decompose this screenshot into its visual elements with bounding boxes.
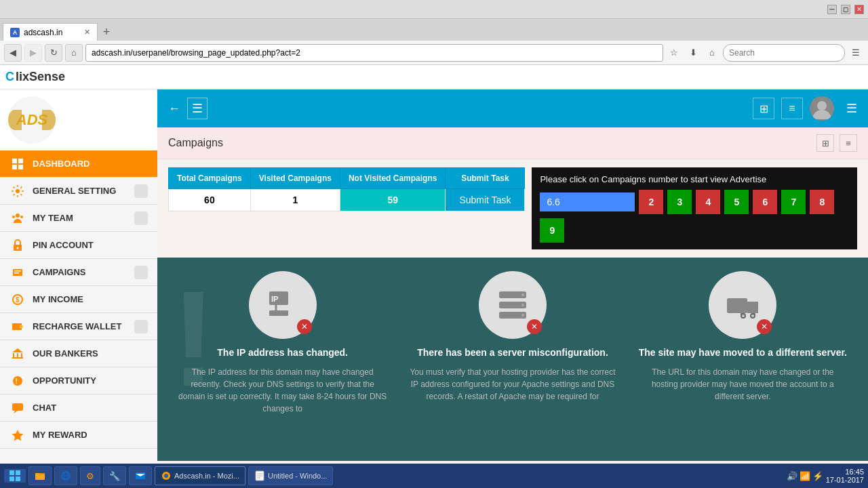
truck-icon — [726, 288, 760, 322]
pin-account-label: PIN ACCOUNT — [33, 240, 148, 250]
general-setting-label: GENERAL SETTING — [33, 186, 134, 196]
close-btn[interactable]: ✕ — [854, 5, 864, 14]
page-grid-icon[interactable]: ⊞ — [816, 134, 834, 152]
sidebar-item-dashboard[interactable]: DASHBOARD — [0, 150, 157, 178]
restore-btn[interactable]: ◻ — [841, 5, 850, 14]
my-team-badge — [134, 211, 148, 225]
titlebar-controls: ─ ◻ ✕ — [827, 5, 864, 14]
sidebar-item-recharge-wallet[interactable]: RECHARGE WALLET — [0, 313, 157, 340]
campaign-input-row: 2 3 4 5 6 7 8 9 — [540, 190, 849, 243]
menu-btn[interactable]: ☰ — [848, 45, 864, 61]
recharge-wallet-icon — [9, 319, 26, 335]
sidebar-item-my-team[interactable]: MY TEAM — [0, 205, 157, 232]
col-total-campaigns: Total Campaigns — [169, 168, 251, 189]
taskbar: ⚙ 🔧 Adscash.in - Mozi... Untitled - Wind… — [0, 464, 868, 488]
error-card-moved: ✕ The site may have moved to a different… — [638, 271, 848, 447]
back-icon[interactable]: ← — [168, 102, 180, 116]
home-btn[interactable]: ⌂ — [65, 44, 83, 62]
minimize-btn[interactable]: ─ — [827, 5, 837, 14]
sidebar-item-general-setting[interactable]: GENERAL SETTING — [0, 178, 157, 205]
active-tab[interactable]: A adscash.in ✕ — [3, 23, 98, 41]
new-tab-btn[interactable]: + — [98, 23, 115, 41]
page-list-icon[interactable]: ≡ — [840, 134, 857, 152]
download-btn[interactable]: ⬇ — [685, 45, 701, 61]
svg-text:$: $ — [16, 296, 20, 304]
back-btn[interactable]: ◀ — [4, 44, 22, 62]
taskbar-item-file-explorer[interactable] — [28, 466, 52, 485]
taskbar-item-extras[interactable]: 🔧 — [103, 466, 126, 485]
notepad-icon — [254, 470, 265, 481]
forward-btn[interactable]: ▶ — [24, 44, 42, 62]
num-btn-7[interactable]: 7 — [781, 190, 806, 214]
top-header: ← ☰ ⊞ ≡ ☰ — [157, 89, 868, 127]
num-btn-4[interactable]: 4 — [696, 190, 720, 214]
val-total: 60 — [169, 189, 251, 211]
tray-icon-2: 📶 — [800, 471, 810, 481]
num-btn-5[interactable]: 5 — [724, 190, 749, 214]
sidebar-item-campaigns[interactable]: CAMPAIGNS — [0, 259, 157, 286]
my-reward-icon — [9, 427, 26, 443]
svg-rect-0 — [12, 159, 17, 163]
sidebar-item-pin-account[interactable]: PIN ACCOUNT — [0, 232, 157, 259]
sidebar-item-chat[interactable]: CHAT — [0, 394, 157, 422]
browser-search[interactable] — [723, 44, 845, 62]
campaign-info-text: Please click on Campaigns number to star… — [540, 174, 849, 184]
svg-point-5 — [16, 214, 20, 218]
bookmark-btn[interactable]: ☆ — [666, 45, 682, 61]
sidebar-item-my-income[interactable]: $ MY INCOME — [0, 286, 157, 313]
num-btn-2[interactable]: 2 — [639, 190, 663, 214]
reload-btn[interactable]: ↻ — [45, 44, 62, 62]
num-btn-8[interactable]: 8 — [810, 190, 834, 214]
server-icon-circle: ✕ — [479, 271, 547, 339]
svg-marker-21 — [12, 348, 23, 352]
taskbar-item-notepad[interactable]: Untitled - Windo... — [248, 466, 333, 485]
firefox-icon — [161, 470, 172, 481]
sidebar-item-opportunity[interactable]: ! OPPORTUNITY — [0, 367, 157, 394]
home-action-btn[interactable]: ⌂ — [704, 45, 720, 61]
grid-icon[interactable]: ⊞ — [753, 98, 774, 119]
menu-icon[interactable]: ☰ — [187, 98, 208, 119]
num-btn-9[interactable]: 9 — [540, 218, 564, 243]
my-income-label: MY INCOME — [33, 294, 148, 304]
svg-point-7 — [20, 216, 23, 218]
taskbar-item-ie[interactable] — [54, 466, 77, 485]
campaign-section: Total Campaigns Visited Campaigns Not Vi… — [157, 159, 868, 258]
url-bar[interactable] — [85, 44, 663, 62]
sidebar-menu: DASHBOARD GENERAL SETTING MY TEAM — [0, 150, 157, 449]
svg-marker-25 — [14, 411, 18, 413]
page-header-icons: ⊞ ≡ — [816, 134, 857, 152]
submit-task-cell: Submit Task — [446, 189, 525, 211]
tab-close-btn[interactable]: ✕ — [84, 28, 90, 37]
taskbar-item-outlook[interactable] — [129, 466, 152, 485]
ie-icon — [60, 470, 71, 481]
user-avatar[interactable] — [810, 96, 834, 121]
chat-label: CHAT — [33, 403, 148, 413]
svg-rect-17 — [13, 353, 14, 357]
list-icon[interactable]: ≡ — [781, 98, 803, 119]
sidebar-logo-area: ADS — [0, 89, 157, 150]
taskbar-item-control-panel[interactable]: ⚙ — [80, 466, 100, 485]
navigation-bar: ◀ ▶ ↻ ⌂ ☆ ⬇ ⌂ ☰ — [0, 41, 868, 65]
num-btn-6[interactable]: 6 — [753, 190, 777, 214]
dashboard-icon — [9, 156, 26, 172]
val-visited: 1 — [250, 189, 340, 211]
sidebar-item-my-reward[interactable]: MY REWARD — [0, 422, 157, 449]
sidebar-item-our-bankers[interactable]: OUR BANKERS — [0, 340, 157, 367]
notepad-label: Untitled - Windo... — [268, 472, 327, 480]
my-team-label: MY TEAM — [33, 213, 134, 223]
svg-rect-20 — [12, 357, 23, 359]
recharge-wallet-badge — [134, 320, 148, 333]
app-container: ADS DASHBOARD GENERAL SETTING — [0, 89, 868, 464]
svg-text:IP: IP — [271, 295, 278, 303]
taskbar-item-firefox[interactable]: Adscash.in - Mozi... — [155, 466, 245, 485]
svg-rect-11 — [14, 272, 19, 274]
campaign-input[interactable] — [540, 192, 635, 211]
hamburger-icon[interactable]: ☰ — [846, 101, 857, 116]
server-icon — [496, 288, 530, 322]
svg-rect-48 — [9, 476, 14, 481]
submit-task-btn[interactable]: Submit Task — [446, 189, 524, 211]
num-btn-3[interactable]: 3 — [667, 190, 692, 214]
opportunity-icon: ! — [9, 373, 26, 389]
start-button[interactable] — [4, 469, 26, 483]
campaign-table-wrapper: Total Campaigns Visited Campaigns Not Vi… — [168, 167, 857, 249]
